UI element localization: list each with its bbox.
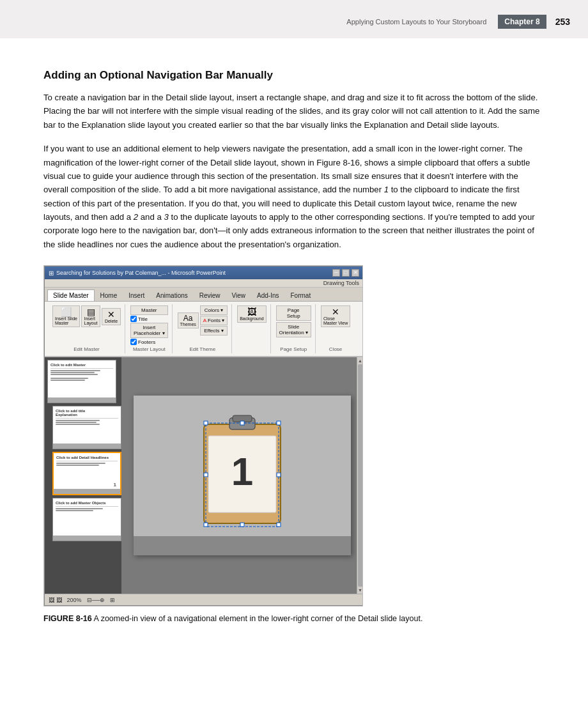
page-number: 253 (546, 17, 570, 27)
slide-orientation-btn[interactable]: SlideOrientation ▾ (276, 322, 311, 337)
tab-animations[interactable]: Animations (150, 289, 193, 301)
ribbon-group-background: 🖼 Background (233, 304, 270, 353)
insert-slide-master-btn[interactable]: ⬜ Insert SlideMaster (52, 305, 80, 327)
scroll-down-arrow[interactable]: ▼ (358, 588, 362, 592)
edit-master-label: Edit Master (74, 346, 99, 352)
scroll-thumb[interactable] (358, 364, 363, 587)
ppt-app-title: Searching for Solutions by Pat Coleman_.… (56, 270, 226, 276)
statusbar-fit[interactable]: ⊞ (110, 597, 115, 603)
figure-caption-text: A zoomed-in view of a navigational eleme… (94, 614, 423, 623)
nav-bar (134, 536, 351, 555)
insert-layout-btn[interactable]: ▤ InsertLayout (81, 305, 100, 327)
insert-layout-icon: ▤ (87, 307, 95, 316)
clipboard-svg: 1 (188, 412, 297, 539)
tab-insert[interactable]: Insert (123, 289, 150, 301)
insert-slide-icon: ⬜ (61, 307, 72, 316)
svg-rect-9 (277, 473, 281, 477)
edit-theme-label: Edit Theme (189, 346, 215, 352)
ppt-app-icon: ⊞ (49, 270, 54, 277)
tab-slide-master[interactable]: Slide Master (47, 289, 95, 301)
tab-review[interactable]: Review (194, 289, 226, 301)
paragraph-1: To create a navigation bar in the Detail… (43, 91, 545, 132)
page-header: Applying Custom Layouts to Your Storyboa… (0, 0, 588, 38)
slide-thumb-3[interactable]: Click to add Detail Headlines 1 (52, 452, 121, 495)
svg-rect-8 (277, 421, 281, 425)
svg-rect-13 (204, 473, 208, 477)
ribbon-group-edit-master: ⬜ Insert SlideMaster ▤ InsertLayout ✕ De… (49, 304, 125, 353)
figure-caption: FIGURE 8-16 A zoomed-in view of a naviga… (43, 613, 545, 625)
drawing-tools-label: Drawing Tools (45, 279, 363, 288)
tab-view[interactable]: View (226, 289, 252, 301)
svg-rect-11 (240, 523, 244, 527)
figure-box: ⊞ Searching for Solutions by Pat Coleman… (43, 265, 363, 606)
slide-panel: Click to edit Master (45, 357, 121, 594)
ppt-body: Click to edit Master (45, 357, 363, 594)
master-layout-label: Master Layout (133, 346, 166, 352)
colors-btn[interactable]: Colors ▾ (200, 305, 228, 315)
close-master-view-btn[interactable]: ✕ CloseMaster View (321, 305, 350, 327)
close-button[interactable]: ✕ (352, 269, 359, 277)
statusbar-slide-count: 🖼 🖼 (49, 597, 62, 603)
slide-thumb-1[interactable]: Click to edit Master (47, 360, 116, 403)
ribbon: ⬜ Insert SlideMaster ▤ InsertLayout ✕ De… (45, 302, 363, 357)
svg-rect-10 (277, 523, 281, 527)
paragraph-2: If you want to use an additional element… (43, 142, 545, 251)
slide-thumb-4[interactable]: Click to add Master Objects (52, 498, 121, 541)
header-title: Applying Custom Layouts to Your Storyboa… (38, 18, 498, 26)
ribbon-group-edit-theme: Aа Themes Colors ▾ A Fonts ▾ Effects ▾ E… (174, 304, 233, 353)
footers-checkbox[interactable] (130, 339, 137, 345)
ppt-statusbar: 🖼 🖼 200% ⊟──⊕ ⊞ (45, 594, 363, 605)
ppt-titlebar: ⊞ Searching for Solutions by Pat Coleman… (45, 266, 363, 279)
svg-text:1: 1 (231, 449, 253, 493)
restore-button[interactable]: □ (342, 269, 350, 277)
slide-canvas: 1 (134, 396, 351, 555)
titlebar-icons: ─ □ ✕ (332, 269, 359, 277)
svg-rect-7 (240, 421, 244, 425)
section-heading: Adding an Optional Navigation Bar Manual… (43, 69, 545, 82)
master-btn[interactable]: Master (130, 305, 167, 315)
main-slide-area: 1 (121, 357, 363, 594)
fonts-btn[interactable]: A Fonts ▾ (200, 316, 228, 325)
delete-icon: ✕ (107, 310, 115, 319)
title-checkbox[interactable] (130, 316, 137, 322)
delete-btn[interactable]: ✕ Delete (102, 308, 121, 325)
statusbar-zoom-slider[interactable]: ⊟──⊕ (87, 597, 105, 603)
close-master-icon: ✕ (332, 307, 339, 316)
themes-icon: Aа (183, 314, 193, 322)
vertical-scrollbar[interactable]: ▲ ▼ (357, 357, 363, 594)
insert-placeholder-btn[interactable]: InsertPlaceholder ▾ (130, 323, 167, 338)
figure-label: FIGURE 8-16 (43, 614, 92, 623)
statusbar-zoom: 200% (67, 597, 82, 603)
ribbon-group-page-setup: PageSetup SlideOrientation ▾ Page Setup (272, 304, 316, 353)
scroll-up-arrow[interactable]: ▲ (358, 358, 362, 363)
slide-thumb-2[interactable]: Click to add titleExplanation (52, 406, 121, 449)
background-icon: 🖼 (247, 307, 256, 316)
tab-home[interactable]: Home (95, 289, 123, 301)
tab-addins[interactable]: Add-Ins (251, 289, 284, 301)
titlebar-left: ⊞ Searching for Solutions by Pat Coleman… (49, 270, 226, 277)
tab-format[interactable]: Format (285, 289, 317, 301)
main-content: Adding an Optional Navigation Bar Manual… (0, 38, 588, 662)
svg-rect-12 (204, 523, 208, 527)
background-btn[interactable]: 🖼 Background (237, 305, 266, 323)
chapter-badge: Chapter 8 (498, 15, 546, 29)
themes-btn[interactable]: Aа Themes (178, 312, 199, 328)
page-setup-label: Page Setup (280, 346, 307, 352)
figure-container: ⊞ Searching for Solutions by Pat Coleman… (43, 265, 545, 625)
ppt-window: ⊞ Searching for Solutions by Pat Coleman… (44, 266, 363, 606)
svg-rect-6 (204, 421, 208, 425)
close-label: Close (329, 346, 342, 352)
ribbon-group-master-layout: Master Title InsertPlaceholder ▾ (127, 304, 172, 353)
ribbon-group-close: ✕ CloseMaster View Close (317, 304, 354, 353)
page-setup-btn[interactable]: PageSetup (276, 305, 311, 321)
ribbon-tabs: Slide Master Home Insert Animations Revi… (45, 288, 363, 302)
minimize-button[interactable]: ─ (332, 269, 340, 277)
effects-btn[interactable]: Effects ▾ (200, 326, 228, 335)
